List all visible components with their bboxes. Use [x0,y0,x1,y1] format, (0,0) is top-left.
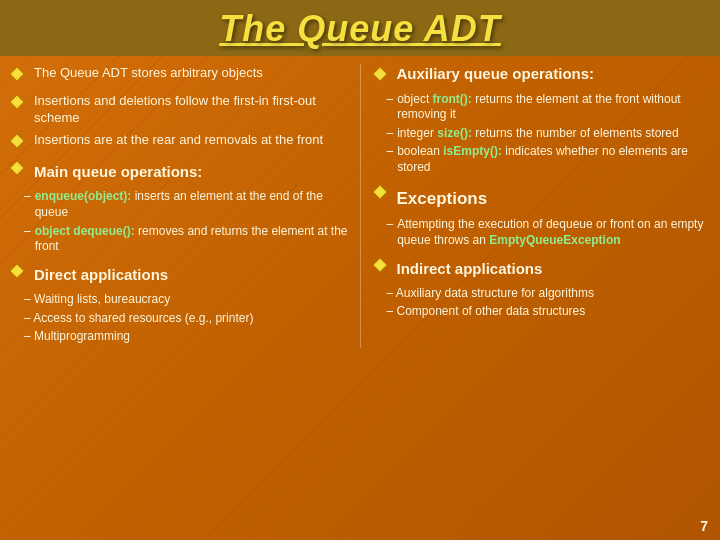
bullet-item-4: Main queue operations: [8,158,350,185]
bullet-icon-1 [8,65,30,88]
direct-sub1-text: – Waiting lists, bureaucracy [24,292,170,308]
bullet-text-1: The Queue ADT stores arbitrary objects [34,64,350,82]
sub-bullet-dequeue: – object dequeue(): removes and returns … [24,224,350,255]
dash-dequeue: – [24,224,31,240]
dash-enqueue: – [24,189,31,205]
enqueue-code: enqueue(object): [35,189,132,203]
aux-ops-bullet: Auxiliary queue operations: [371,64,713,88]
direct-sub1: – Waiting lists, bureaucracy [24,292,350,308]
aux-sub1-text: object front(): returns the element at t… [397,92,712,123]
indirect-header: Indirect applications [397,259,543,279]
bullet-icon-aux [371,65,393,88]
direct-sub3-text: – Multiprogramming [24,329,130,345]
main-ops-header: Main queue operations: [34,162,202,182]
column-divider [360,64,361,348]
bullet-text-2: Insertions and deletions follow the firs… [34,92,350,127]
bullet-text-3: Insertions are at the rear and removals … [34,131,350,149]
direct-apps-header: Direct applications [34,265,168,285]
indirect-sub1-text: – Auxiliary data structure for algorithm… [387,286,594,302]
bullet-icon-direct [8,262,30,285]
aux-sub1: – object front(): returns the element at… [387,92,713,123]
exceptions-header: Exceptions [397,188,488,211]
bullet-item-3: Insertions are at the rear and removals … [8,131,350,155]
bullet-icon-4 [8,159,30,182]
content-area: The Queue ADT stores arbitrary objects I… [0,56,720,352]
dequeue-code: object dequeue(): [35,224,135,238]
exceptions-bullet: Exceptions [371,182,713,214]
direct-sub2-text: – Access to shared resources (e.g., prin… [24,311,253,327]
aux-sub2: – integer size(): returns the number of … [387,126,713,142]
aux-sub2-text: integer size(): returns the number of el… [397,126,678,142]
direct-sub2: – Access to shared resources (e.g., prin… [24,311,350,327]
bullet-icon-exc [371,183,393,206]
exceptions-sub1-text: Attempting the execution of dequeue or f… [397,217,712,248]
indirect-sub1: – Auxiliary data structure for algorithm… [387,286,713,302]
page-number: 7 [700,518,708,534]
indirect-sub2-text: – Component of other data structures [387,304,586,320]
sub-text-enqueue: enqueue(object): inserts an element at t… [35,189,350,220]
aux-ops-header: Auxiliary queue operations: [397,64,595,84]
sub-text-dequeue: object dequeue(): removes and returns th… [35,224,350,255]
direct-apps-bullet: Direct applications [8,261,350,288]
bullet-item-1: The Queue ADT stores arbitrary objects [8,64,350,88]
bullet-icon-indirect [371,256,393,279]
slide-title: The Queue ADT [219,8,501,49]
title-bar: The Queue ADT [0,0,720,56]
indirect-apps-bullet: Indirect applications [371,255,713,282]
aux-sub3: – boolean isEmpty(): indicates whether n… [387,144,713,175]
right-column: Auxiliary queue operations: – object fro… [367,64,713,348]
direct-sub3: – Multiprogramming [24,329,350,345]
bullet-icon-3 [8,132,30,155]
indirect-sub2: – Component of other data structures [387,304,713,320]
exceptions-sub1: – Attempting the execution of dequeue or… [387,217,713,248]
empty-queue-exception: EmptyQueueException [489,233,620,247]
sub-bullet-enqueue: – enqueue(object): inserts an element at… [24,189,350,220]
bullet-item-2: Insertions and deletions follow the firs… [8,92,350,127]
bullet-icon-2 [8,93,30,116]
left-column: The Queue ADT stores arbitrary objects I… [8,64,354,348]
aux-sub3-text: boolean isEmpty(): indicates whether no … [397,144,712,175]
slide: The Queue ADT The Queue ADT stores arbit… [0,0,720,540]
